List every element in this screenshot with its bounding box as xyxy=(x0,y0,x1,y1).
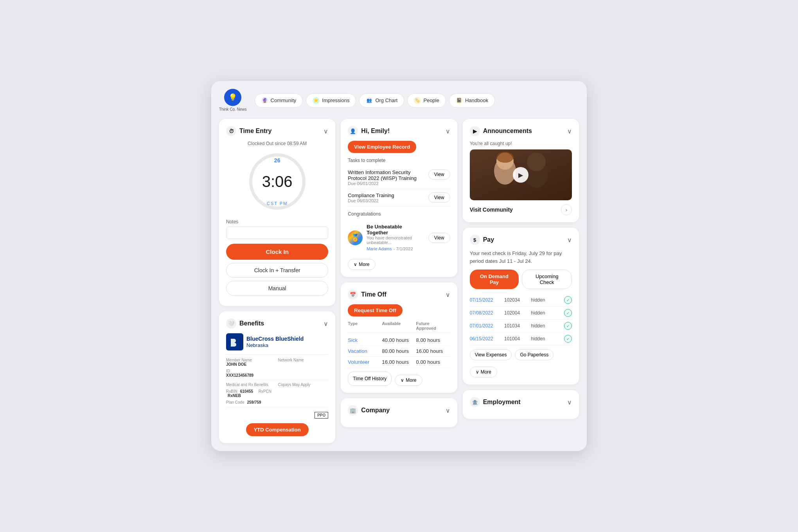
congrats-item-1: 🏅 Be Unbeatable Together You have demons… xyxy=(348,220,450,256)
employment-title: 🏦 Employment xyxy=(470,397,521,407)
tof-vacation-type: Vacation xyxy=(348,348,382,354)
task-item-1: Written Information Security Protocol 20… xyxy=(348,166,450,189)
clock-in-button[interactable]: Clock In xyxy=(226,244,328,260)
time-off-more-btn[interactable]: ∨ More xyxy=(395,375,422,386)
benefits-header: 🤍 Benefits ∨ xyxy=(226,318,328,329)
view-employee-record-button[interactable]: View Employee Record xyxy=(348,141,416,153)
tof-row-sick: Sick 40.00 hours 8.00 hours xyxy=(348,335,450,346)
manual-button[interactable]: Manual xyxy=(226,281,328,296)
sidebar-item-community[interactable]: 🔮 Community xyxy=(255,93,303,108)
pay-date-3: 07/01/2022 xyxy=(470,323,501,329)
pay-check-3: ✓ xyxy=(564,322,572,330)
announcements-image: ▶ xyxy=(470,149,572,200)
company-icon: 🏢 xyxy=(348,405,358,415)
orgchart-label: Org Chart xyxy=(375,97,397,103)
time-off-card: 📅 Time Off ∨ Request Time Off Type Avail… xyxy=(341,282,457,393)
company-collapse-btn[interactable]: ∨ xyxy=(446,407,450,414)
pay-hidden-1: hidden xyxy=(531,297,553,303)
task-2-name: Compliance Training xyxy=(348,192,394,198)
visit-community-text: Visit Community xyxy=(470,207,513,213)
sidebar-item-handbook[interactable]: 📓 Handbook xyxy=(449,93,495,108)
greeting-card: 👤 Hi, Emily! ∨ View Employee Record Task… xyxy=(341,119,457,277)
congrats-title: Be Unbeatable Together xyxy=(367,224,421,235)
benefits-collapse-btn[interactable]: ∨ xyxy=(324,320,328,327)
pay-hidden-2: hidden xyxy=(531,310,553,316)
announcements-title: ▶ Announcements xyxy=(470,126,532,136)
middle-column: 👤 Hi, Emily! ∨ View Employee Record Task… xyxy=(341,119,457,443)
pay-header: $ Pay ∨ xyxy=(470,235,572,245)
greeting-collapse-btn[interactable]: ∨ xyxy=(446,128,450,135)
member-name-label: Member Name JOHN DOE xyxy=(226,358,277,367)
announcements-collapse-btn[interactable]: ∨ xyxy=(567,128,572,135)
greeting-more-btn[interactable]: ∨ More xyxy=(348,259,375,270)
pay-title: $ Pay xyxy=(470,235,494,245)
nav-bar: 💡 Think Co. News 🔮 Community ⭐ Impressio… xyxy=(219,89,579,112)
bcbs-state: Nebraska xyxy=(246,342,304,348)
task-1-view-btn[interactable]: View xyxy=(428,169,450,180)
bcbs-name-block: BlueCross BlueShield Nebraska xyxy=(246,336,304,348)
sidebar-item-orgchart[interactable]: 👥 Org Chart xyxy=(359,93,404,108)
sidebar-item-impressions[interactable]: ⭐ Impressions xyxy=(306,93,356,108)
company-header: 🏢 Company ∨ xyxy=(348,405,450,415)
task-1-name: Written Information Security Protocol 20… xyxy=(348,169,425,181)
orgchart-icon: 👥 xyxy=(366,97,373,104)
main-grid: ⏱ Time Entry ∨ Clocked Out since 08:59 A… xyxy=(219,119,579,443)
time-off-collapse-btn[interactable]: ∨ xyxy=(446,291,450,298)
request-time-off-button[interactable]: Request Time Off xyxy=(348,304,402,316)
pay-row-2: 07/08/2022 102004 hidden ✓ xyxy=(470,307,572,320)
visit-community-btn[interactable]: › xyxy=(561,204,572,215)
task-2-view-btn[interactable]: View xyxy=(428,192,450,203)
id-row: ID XXX123456789 xyxy=(226,369,328,377)
time-off-title: 📅 Time Off xyxy=(348,289,386,300)
rx-row: RxBIN 610455 RxPCN RxNEB xyxy=(226,389,328,398)
pay-description: Your next check is Friday, July 29 for p… xyxy=(470,250,572,265)
sidebar-item-people[interactable]: 🏷️ People xyxy=(407,93,446,108)
benefits-logo: BlueCross BlueShield Nebraska xyxy=(226,333,328,350)
time-off-history-btn[interactable]: Time Off History xyxy=(348,372,392,386)
notes-input[interactable] xyxy=(226,226,328,239)
tasks-label: Tasks to complete xyxy=(348,158,450,163)
benefits-icon: 🤍 xyxy=(226,318,236,329)
pay-more-btn[interactable]: ∨ More xyxy=(470,367,497,377)
benefits-card: 🤍 Benefits ∨ BlueCross BlueShiel xyxy=(219,311,335,443)
pay-row-3: 07/01/2022 101034 hidden ✓ xyxy=(470,320,572,332)
view-expenses-btn[interactable]: View Expenses xyxy=(470,349,512,360)
clock-display: 26 3:06 CST PM xyxy=(226,150,328,213)
benefits-detail: Member Name JOHN DOE Network Name ID XXX… xyxy=(226,354,328,419)
pay-collapse-btn[interactable]: ∨ xyxy=(567,236,572,244)
congrats-date-val: 7/1/2022 xyxy=(396,246,413,251)
calendar-icon: 📅 xyxy=(348,289,358,300)
person-icon: 👤 xyxy=(348,126,358,136)
pay-row-4: 06/15/2022 101004 hidden ✓ xyxy=(470,332,572,345)
tof-sick-type: Sick xyxy=(348,337,382,343)
bcbs-insurer: BlueCross BlueShield xyxy=(246,336,304,342)
go-paperless-btn[interactable]: Go Paperless xyxy=(515,349,554,360)
clock-circle: 26 3:06 CST PM xyxy=(246,150,309,213)
pay-hidden-4: hidden xyxy=(531,336,553,341)
greeting-title: 👤 Hi, Emily! xyxy=(348,126,390,136)
announcements-card: ▶ Announcements ∨ You're all caught up! xyxy=(463,119,579,222)
more-chevron-icon: ∨ xyxy=(354,262,357,267)
pay-actions: On Demand Pay Upcoming Check xyxy=(470,270,572,289)
network-name-col: Network Name xyxy=(278,358,329,367)
on-demand-pay-button[interactable]: On Demand Pay xyxy=(470,270,519,289)
announcements-status: You're all caught up! xyxy=(470,141,572,146)
clock-in-transfer-button[interactable]: Clock In + Transfer xyxy=(226,263,328,278)
ytd-compensation-button[interactable]: YTD Compensation xyxy=(246,423,309,436)
rxbin-col: RxBIN 610455 RxPCN RxNEB xyxy=(226,389,277,398)
congrats-view-btn[interactable]: View xyxy=(428,233,450,243)
bcbs-logo-icon xyxy=(226,333,243,350)
congrats-info: Be Unbeatable Together You have demonstr… xyxy=(367,224,421,252)
time-entry-collapse-btn[interactable]: ∨ xyxy=(324,128,328,135)
bcbs-svg xyxy=(228,335,242,349)
upcoming-check-button[interactable]: Upcoming Check xyxy=(522,270,572,289)
people-label: People xyxy=(423,97,439,103)
time-entry-header: ⏱ Time Entry ∨ xyxy=(226,126,328,136)
clocked-out-status: Clocked Out since 08:59 AM xyxy=(226,141,328,146)
benefits-title: 🤍 Benefits xyxy=(226,318,264,329)
plan-code-row: Plan Code 259/759 xyxy=(226,400,328,404)
left-column: ⏱ Time Entry ∨ Clocked Out since 08:59 A… xyxy=(219,119,335,443)
employment-collapse-btn[interactable]: ∨ xyxy=(567,399,572,406)
dollar-icon: $ xyxy=(470,235,480,245)
handbook-label: Handbook xyxy=(465,97,488,103)
